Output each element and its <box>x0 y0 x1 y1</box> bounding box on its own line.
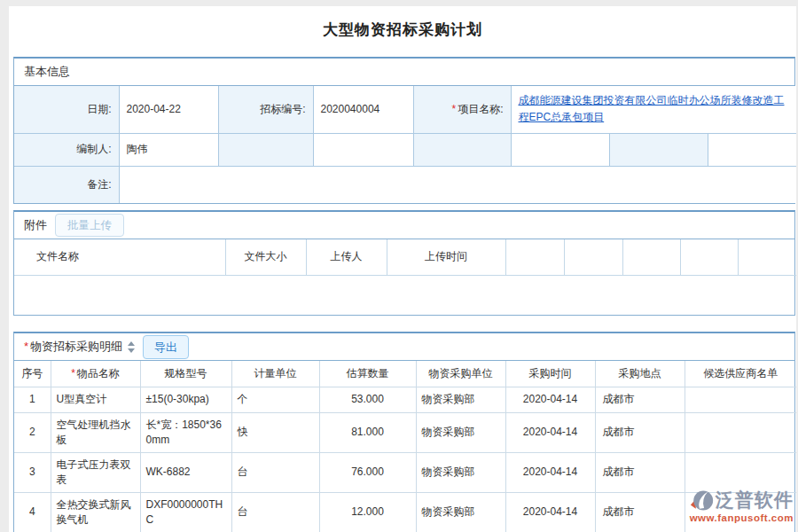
table-row: 4 全热交换式新风换气机 DXF0000000THC 台 12.000 物资采购… <box>14 492 796 532</box>
cell-spec: 长*宽：1850*360mm <box>140 412 231 452</box>
basic-info-header: 基本信息 <box>14 59 794 86</box>
date-label: 日期: <box>14 86 119 133</box>
col-empty <box>622 239 680 275</box>
project-name-cell: 成都能源建设集团投资有限公司临时办公场所装修改造工程EPC总承包项目 <box>511 86 796 133</box>
col-empty <box>680 239 738 275</box>
cell-seq: 4 <box>14 492 51 532</box>
project-name-link[interactable]: 成都能源建设集团投资有限公司临时办公场所装修改造工程EPC总承包项目 <box>519 94 785 123</box>
cell-qty: 76.000 <box>319 452 416 492</box>
col-purchase-place: 采购地点 <box>595 361 685 387</box>
cell-unit: 个 <box>231 387 319 412</box>
cell-dept: 物资采购部 <box>416 387 505 412</box>
empty-value-cell <box>313 133 413 166</box>
cell-dept: 物资采购部 <box>416 452 505 492</box>
detail-title: *物资招标采购明细 <box>24 339 122 355</box>
basic-info-section: 基本信息 日期: 2020-04-22 招标编号: 2020040004 *项目… <box>13 57 795 204</box>
table-row: 3 电子式压力表双表 WK-6882 台 76.000 物资采购部 2020-0… <box>14 452 796 492</box>
detail-header-row: 序号 *物品名称 规格型号 计量单位 估算数量 物资采购单位 采购时间 采购地点… <box>14 361 796 387</box>
date-value: 2020-04-22 <box>119 86 218 133</box>
bid-number-label: 招标编号: <box>218 86 313 133</box>
cell-name: 电子式压力表双表 <box>51 452 140 492</box>
compiler-label: 编制人: <box>14 133 119 166</box>
attachments-header-row: 文件名称 文件大小 上传人 上传时间 <box>14 239 796 275</box>
empty-label-cell <box>413 133 511 166</box>
cell-seq: 2 <box>14 412 51 452</box>
attachments-title: 附件 <box>24 217 47 233</box>
col-purchase-dept: 物资采购单位 <box>416 361 505 387</box>
sort-arrows-icon[interactable] <box>128 341 135 353</box>
col-unit: 计量单位 <box>231 361 319 387</box>
col-file-size: 文件大小 <box>225 239 306 275</box>
detail-section: *物资招标采购明细 导出 序号 *物品名称 规格型号 计量单位 估算数量 物资采… <box>13 332 795 532</box>
cell-unit: 台 <box>231 452 319 492</box>
empty-value-cell <box>511 133 609 166</box>
col-empty <box>564 239 622 275</box>
basic-info-row-2: 编制人: 陶伟 <box>14 133 796 166</box>
cell-spec: DXF0000000THC <box>140 492 231 532</box>
cell-name: 全热交换式新风换气机 <box>51 492 140 532</box>
col-empty <box>505 239 564 275</box>
col-uploader: 上传人 <box>306 239 387 275</box>
empty-value-cell <box>708 133 796 166</box>
col-qty: 估算数量 <box>319 361 416 387</box>
table-row: 2 空气处理机挡水板 长*宽：1850*360mm 快 81.000 物资采购部… <box>14 412 796 452</box>
page-title: 大型物资招标采购计划 <box>9 6 796 40</box>
cell-spec: WK-6882 <box>140 452 231 492</box>
cell-time: 2020-04-14 <box>505 452 595 492</box>
cell-seq: 3 <box>14 452 51 492</box>
export-button[interactable]: 导出 <box>143 335 189 359</box>
cell-suppliers <box>685 452 796 492</box>
batch-upload-button[interactable]: 批量上传 <box>55 214 124 238</box>
empty-label-cell <box>218 133 313 166</box>
cell-name: U型真空计 <box>51 387 140 412</box>
cell-spec: ±15(0-30kpa) <box>140 387 231 412</box>
brand-url[interactable]: www.fanpusoft.com <box>690 512 794 523</box>
cell-suppliers <box>685 387 796 412</box>
cell-qty: 12.000 <box>319 492 416 532</box>
compiler-value: 陶伟 <box>119 133 218 166</box>
col-suppliers: 候选供应商名单 <box>685 361 796 387</box>
cell-qty: 53.000 <box>319 387 416 412</box>
cell-qty: 81.000 <box>319 412 416 452</box>
empty-label-cell <box>609 133 708 166</box>
table-row: 1 U型真空计 ±15(0-30kpa) 个 53.000 物资采购部 2020… <box>14 387 796 412</box>
attachments-table: 文件名称 文件大小 上传人 上传时间 <box>14 239 796 315</box>
cell-dept: 物资采购部 <box>416 412 505 452</box>
required-asterisk: * <box>451 103 456 115</box>
fanpu-logo-icon <box>690 489 714 512</box>
attachments-header: 附件 批量上传 <box>14 212 794 239</box>
col-empty <box>738 239 796 275</box>
remark-label: 备注: <box>14 166 119 203</box>
col-purchase-time: 采购时间 <box>505 361 595 387</box>
cell-place: 成都市 <box>595 452 685 492</box>
basic-info-table: 日期: 2020-04-22 招标编号: 2020040004 *项目名称: 成… <box>14 86 796 203</box>
col-item-name: *物品名称 <box>51 361 140 387</box>
bid-number-value: 2020040004 <box>313 86 413 133</box>
cell-name: 空气处理机挡水板 <box>51 412 140 452</box>
detail-table: 序号 *物品名称 规格型号 计量单位 估算数量 物资采购单位 采购时间 采购地点… <box>14 361 796 532</box>
cell-dept: 物资采购部 <box>416 492 505 532</box>
remark-value <box>119 166 796 203</box>
cell-time: 2020-04-14 <box>505 412 595 452</box>
basic-info-row-3: 备注: <box>14 166 796 203</box>
cell-time: 2020-04-14 <box>505 387 595 412</box>
cell-place: 成都市 <box>595 387 685 412</box>
detail-header: *物资招标采购明细 导出 <box>14 333 794 361</box>
cell-suppliers <box>685 412 796 452</box>
cell-unit: 台 <box>231 492 319 532</box>
col-upload-time: 上传时间 <box>387 239 505 275</box>
attachments-section: 附件 批量上传 文件名称 文件大小 上传人 上传时间 <box>13 210 795 316</box>
fanpu-watermark: 泛普软件 www.fanpusoft.com <box>690 488 794 523</box>
project-name-label: *项目名称: <box>413 86 511 133</box>
col-spec: 规格型号 <box>140 361 231 387</box>
basic-info-title: 基本信息 <box>24 64 70 80</box>
cell-time: 2020-04-14 <box>505 492 595 532</box>
basic-info-row-1: 日期: 2020-04-22 招标编号: 2020040004 *项目名称: 成… <box>14 86 796 133</box>
cell-place: 成都市 <box>595 492 685 532</box>
attachments-empty-body <box>14 275 796 315</box>
content-panel: 大型物资招标采购计划 基本信息 日期: 2020-04-22 招标编号: 202… <box>9 6 796 532</box>
col-file-name: 文件名称 <box>14 239 225 275</box>
cell-seq: 1 <box>14 387 51 412</box>
col-seq: 序号 <box>14 361 51 387</box>
cell-unit: 快 <box>231 412 319 452</box>
